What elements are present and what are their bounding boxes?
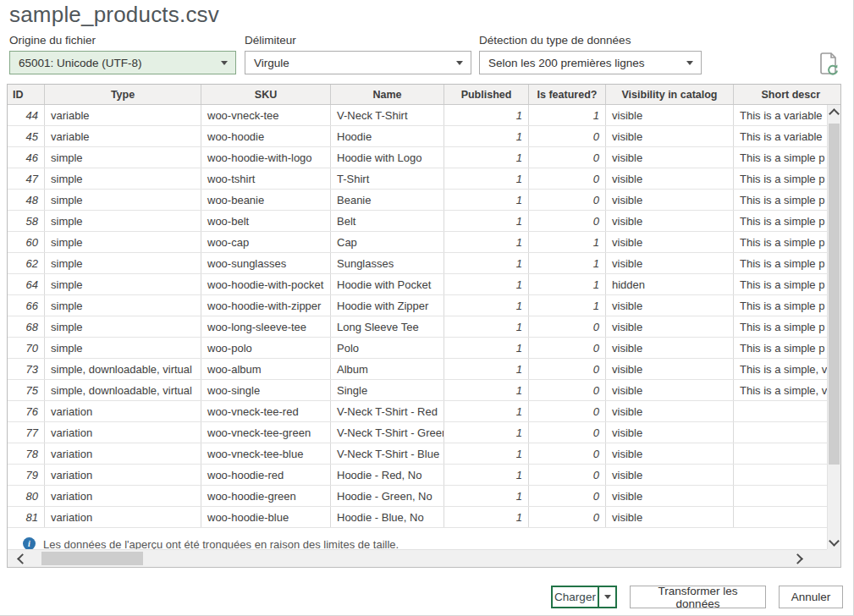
table-cell: woo-beanie xyxy=(201,190,331,210)
table-row: 58simplewoo-beltBelt10visibleThis is a s… xyxy=(8,211,827,232)
table-cell: woo-vneck-tee-green xyxy=(201,422,331,443)
table-row: 66simplewoo-hoodie-with-zipperHoodie wit… xyxy=(8,295,827,316)
table-cell: 79 xyxy=(8,465,45,485)
delimiter-value: Virgule xyxy=(254,57,289,69)
document-refresh-icon[interactable] xyxy=(818,51,841,76)
table-cell: visible xyxy=(606,422,734,443)
table-cell: visible xyxy=(606,232,734,252)
table-cell: variable xyxy=(45,126,201,146)
table-cell xyxy=(734,507,827,527)
table-cell: simple xyxy=(45,232,201,252)
vertical-scroll-thumb[interactable] xyxy=(829,124,840,465)
table-cell: 1 xyxy=(444,338,529,358)
truncation-notice-text: Les données de l'aperçu ont été tronquée… xyxy=(43,537,399,549)
table-cell: visible xyxy=(606,105,734,125)
table-cell xyxy=(734,401,827,421)
table-cell: variation xyxy=(45,422,201,443)
table-cell: 1 xyxy=(444,422,529,443)
table-row: 73simple, downloadable, virtualwoo-album… xyxy=(8,359,827,380)
load-options-button[interactable] xyxy=(598,587,615,607)
dialog-footer: Charger Transformer les données Annuler xyxy=(0,586,843,608)
chevron-up-icon xyxy=(829,108,840,119)
table-cell: 1 xyxy=(444,486,529,506)
table-row: 79variationwoo-hoodie-redHoodie - Red, N… xyxy=(8,465,827,486)
table-cell: This is a simple p xyxy=(734,168,827,189)
horizontal-scrollbar[interactable] xyxy=(8,549,827,567)
table-cell: 46 xyxy=(8,147,45,168)
table-cell: 1 xyxy=(529,274,606,294)
table-row: 46simplewoo-hoodie-with-logoHoodie with … xyxy=(8,147,827,168)
table-cell: 1 xyxy=(444,211,529,231)
table-cell: 0 xyxy=(529,338,606,358)
table-cell: 0 xyxy=(529,507,606,527)
table-cell: This is a simple p xyxy=(734,338,827,358)
table-cell: 64 xyxy=(8,274,45,294)
table-cell: 1 xyxy=(444,380,529,400)
table-header-corner xyxy=(827,85,840,105)
table-cell: Hoodie with Logo xyxy=(331,147,444,168)
data-preview-table: IDTypeSKUNamePublishedIs featured?Visibi… xyxy=(7,84,841,568)
truncation-notice-row: i Les données de l'aperçu ont été tronqu… xyxy=(8,528,827,549)
chevron-down-icon xyxy=(456,61,463,65)
info-icon: i xyxy=(23,537,36,549)
table-cell: This is a variable xyxy=(734,126,827,146)
table-row: 62simplewoo-sunglassesSunglasses11visibl… xyxy=(8,253,827,274)
table-cell: 0 xyxy=(529,168,606,189)
scroll-up-button[interactable] xyxy=(828,105,840,122)
table-cell: visible xyxy=(606,295,734,316)
table-cell: 76 xyxy=(8,401,45,421)
table-body: 44variablewoo-vneck-teeV-Neck T-Shirt11v… xyxy=(8,105,827,549)
table-cell: Hoodie with Pocket xyxy=(331,274,444,294)
table-cell: simple, downloadable, virtual xyxy=(45,380,201,400)
table-cell xyxy=(734,443,827,464)
table-cell: variation xyxy=(45,465,201,485)
table-cell xyxy=(734,465,827,485)
vertical-scrollbar[interactable] xyxy=(827,105,840,549)
table-cell: simple xyxy=(45,338,201,358)
table-cell: 1 xyxy=(444,105,529,125)
table-cell: Long Sleeve Tee xyxy=(331,316,444,337)
file-origin-label: Origine du fichier xyxy=(9,34,96,47)
table-cell: 1 xyxy=(444,232,529,252)
table-cell: 68 xyxy=(8,316,45,337)
table-cell: Album xyxy=(331,359,444,379)
delimiter-dropdown[interactable]: Virgule xyxy=(245,51,471,74)
cancel-button[interactable]: Annuler xyxy=(779,586,843,608)
file-origin-dropdown[interactable]: 65001: Unicode (UTF-8) xyxy=(9,51,236,74)
table-cell: woo-long-sleeve-tee xyxy=(201,316,331,337)
table-cell: woo-hoodie-with-zipper xyxy=(201,295,331,316)
table-cell: 78 xyxy=(8,443,45,464)
type-detection-dropdown[interactable]: Selon les 200 premières lignes xyxy=(479,51,702,74)
table-cell: visible xyxy=(606,380,734,400)
scroll-down-button[interactable] xyxy=(828,532,840,549)
table-cell: Polo xyxy=(331,338,444,358)
table-cell: woo-single xyxy=(201,380,331,400)
table-cell: Hoodie - Green, No xyxy=(331,486,444,506)
table-cell: 1 xyxy=(444,126,529,146)
table-row: 81variationwoo-hoodie-blueHoodie - Blue,… xyxy=(8,507,827,528)
table-cell: 58 xyxy=(8,211,45,231)
chevron-down-icon xyxy=(829,536,840,547)
table-cell: visible xyxy=(606,126,734,146)
table-cell: 0 xyxy=(529,443,606,464)
scroll-left-button[interactable] xyxy=(11,550,33,567)
transform-data-button[interactable]: Transformer les données xyxy=(630,586,766,608)
csv-import-dialog: { "title": "sample_products.csv", "form"… xyxy=(0,0,854,616)
table-cell: 77 xyxy=(8,422,45,443)
page-title: sample_products.csv xyxy=(9,2,219,28)
table-cell: 0 xyxy=(529,465,606,485)
table-cell: 1 xyxy=(444,190,529,210)
table-cell: visible xyxy=(606,486,734,506)
load-split-button[interactable]: Charger xyxy=(551,586,617,608)
table-cell: This is a simple p xyxy=(734,295,827,316)
table-row: 68simplewoo-long-sleeve-teeLong Sleeve T… xyxy=(8,316,827,338)
table-cell: 66 xyxy=(8,295,45,316)
table-cell: Sunglasses xyxy=(331,253,444,273)
horizontal-scroll-thumb[interactable] xyxy=(41,552,143,565)
load-button[interactable]: Charger xyxy=(553,587,598,607)
scroll-right-button[interactable] xyxy=(786,550,808,567)
table-cell: visible xyxy=(606,147,734,168)
table-cell: 1 xyxy=(529,232,606,252)
table-cell: hidden xyxy=(606,274,734,294)
delimiter-label: Délimiteur xyxy=(245,34,296,47)
